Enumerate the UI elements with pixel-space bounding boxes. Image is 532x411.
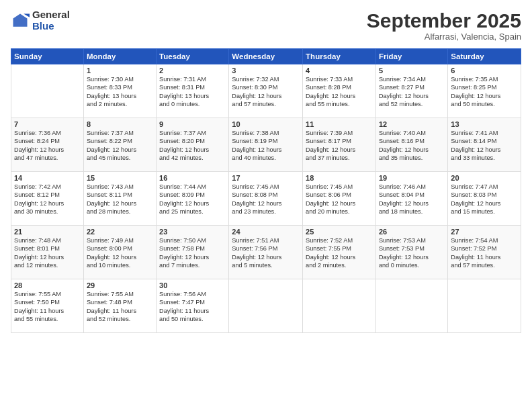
logo-text: General Blue (32, 9, 70, 32)
day-info: Sunrise: 7:44 AM Sunset: 8:09 PM Dayligh… (159, 183, 226, 216)
day-cell: 27Sunrise: 7:54 AM Sunset: 7:52 PM Dayli… (448, 226, 521, 279)
title-block: September 2025 Alfarrasi, Valencia, Spai… (367, 9, 521, 42)
day-info: Sunrise: 7:48 AM Sunset: 8:01 PM Dayligh… (14, 236, 81, 270)
logo-general: General (32, 9, 70, 21)
day-number: 21 (14, 228, 81, 236)
col-header-monday: Monday (83, 49, 156, 64)
day-cell: 26Sunrise: 7:53 AM Sunset: 7:53 PM Dayli… (375, 226, 447, 279)
day-cell (303, 279, 376, 333)
day-number: 26 (379, 228, 445, 236)
day-cell: 5Sunrise: 7:34 AM Sunset: 8:27 PM Daylig… (375, 64, 447, 118)
day-info: Sunrise: 7:37 AM Sunset: 8:22 PM Dayligh… (87, 129, 153, 163)
day-number: 4 (306, 66, 373, 75)
day-cell: 28Sunrise: 7:55 AM Sunset: 7:50 PM Dayli… (11, 279, 84, 333)
day-number: 10 (232, 120, 300, 128)
day-info: Sunrise: 7:35 AM Sunset: 8:25 PM Dayligh… (451, 75, 518, 109)
day-info: Sunrise: 7:34 AM Sunset: 8:27 PM Dayligh… (379, 75, 445, 109)
day-number: 17 (232, 174, 300, 182)
day-cell: 21Sunrise: 7:48 AM Sunset: 8:01 PM Dayli… (11, 226, 84, 279)
day-number: 20 (451, 174, 518, 182)
day-cell: 7Sunrise: 7:36 AM Sunset: 8:24 PM Daylig… (11, 118, 84, 172)
week-row-4: 21Sunrise: 7:48 AM Sunset: 8:01 PM Dayli… (11, 226, 521, 279)
day-cell: 2Sunrise: 7:31 AM Sunset: 8:31 PM Daylig… (157, 64, 229, 118)
location-subtitle: Alfarrasi, Valencia, Spain (367, 32, 521, 42)
day-info: Sunrise: 7:30 AM Sunset: 8:33 PM Dayligh… (87, 75, 153, 109)
day-info: Sunrise: 7:53 AM Sunset: 7:53 PM Dayligh… (379, 236, 445, 270)
day-info: Sunrise: 7:52 AM Sunset: 7:55 PM Dayligh… (306, 236, 373, 270)
week-row-2: 7Sunrise: 7:36 AM Sunset: 8:24 PM Daylig… (11, 118, 521, 172)
logo: General Blue (11, 9, 70, 32)
day-number: 13 (451, 120, 518, 128)
day-number: 27 (451, 228, 518, 236)
day-cell: 18Sunrise: 7:45 AM Sunset: 8:06 PM Dayli… (303, 172, 376, 226)
day-number: 5 (379, 66, 445, 75)
col-header-saturday: Saturday (448, 49, 521, 64)
col-header-thursday: Thursday (303, 49, 376, 64)
header-row: SundayMondayTuesdayWednesdayThursdayFrid… (11, 49, 521, 64)
calendar-table: SundayMondayTuesdayWednesdayThursdayFrid… (11, 48, 521, 333)
day-info: Sunrise: 7:51 AM Sunset: 7:56 PM Dayligh… (232, 236, 300, 270)
header: General Blue September 2025 Alfarrasi, V… (11, 9, 521, 42)
day-number: 19 (379, 174, 445, 182)
day-number: 30 (159, 281, 226, 289)
day-cell: 1Sunrise: 7:30 AM Sunset: 8:33 PM Daylig… (83, 64, 156, 118)
col-header-friday: Friday (375, 49, 447, 64)
day-cell: 30Sunrise: 7:56 AM Sunset: 7:47 PM Dayli… (157, 279, 229, 333)
day-cell: 13Sunrise: 7:41 AM Sunset: 8:14 PM Dayli… (448, 118, 521, 172)
day-number: 25 (306, 228, 373, 236)
day-number: 3 (232, 66, 300, 75)
col-header-tuesday: Tuesday (157, 49, 229, 64)
day-number: 2 (159, 66, 226, 75)
day-info: Sunrise: 7:45 AM Sunset: 8:08 PM Dayligh… (232, 183, 300, 216)
day-info: Sunrise: 7:55 AM Sunset: 7:50 PM Dayligh… (14, 290, 81, 324)
day-info: Sunrise: 7:43 AM Sunset: 8:11 PM Dayligh… (87, 183, 153, 216)
day-cell: 23Sunrise: 7:50 AM Sunset: 7:58 PM Dayli… (157, 226, 229, 279)
day-number: 8 (87, 120, 153, 128)
day-cell: 12Sunrise: 7:40 AM Sunset: 8:16 PM Dayli… (375, 118, 447, 172)
day-cell: 17Sunrise: 7:45 AM Sunset: 8:08 PM Dayli… (229, 172, 303, 226)
day-cell: 19Sunrise: 7:46 AM Sunset: 8:04 PM Dayli… (375, 172, 447, 226)
day-info: Sunrise: 7:47 AM Sunset: 8:03 PM Dayligh… (451, 183, 518, 216)
day-info: Sunrise: 7:38 AM Sunset: 8:19 PM Dayligh… (232, 129, 300, 163)
day-cell: 22Sunrise: 7:49 AM Sunset: 8:00 PM Dayli… (83, 226, 156, 279)
day-cell: 16Sunrise: 7:44 AM Sunset: 8:09 PM Dayli… (157, 172, 229, 226)
day-info: Sunrise: 7:49 AM Sunset: 8:00 PM Dayligh… (87, 236, 153, 270)
logo-blue: Blue (32, 21, 70, 32)
day-number: 7 (14, 120, 81, 128)
day-info: Sunrise: 7:56 AM Sunset: 7:47 PM Dayligh… (159, 290, 226, 324)
day-cell: 25Sunrise: 7:52 AM Sunset: 7:55 PM Dayli… (303, 226, 376, 279)
week-row-5: 28Sunrise: 7:55 AM Sunset: 7:50 PM Dayli… (11, 279, 521, 333)
day-info: Sunrise: 7:50 AM Sunset: 7:58 PM Dayligh… (159, 236, 226, 270)
logo-icon (11, 11, 30, 30)
day-number: 29 (87, 281, 153, 289)
day-info: Sunrise: 7:54 AM Sunset: 7:52 PM Dayligh… (451, 236, 518, 270)
day-info: Sunrise: 7:37 AM Sunset: 8:20 PM Dayligh… (159, 129, 226, 163)
day-number: 14 (14, 174, 81, 182)
day-info: Sunrise: 7:39 AM Sunset: 8:17 PM Dayligh… (306, 129, 373, 163)
day-info: Sunrise: 7:55 AM Sunset: 7:48 PM Dayligh… (87, 290, 153, 324)
day-cell: 3Sunrise: 7:32 AM Sunset: 8:30 PM Daylig… (229, 64, 303, 118)
day-cell: 11Sunrise: 7:39 AM Sunset: 8:17 PM Dayli… (303, 118, 376, 172)
day-info: Sunrise: 7:31 AM Sunset: 8:31 PM Dayligh… (159, 75, 226, 109)
col-header-wednesday: Wednesday (229, 49, 303, 64)
day-cell (11, 64, 84, 118)
day-cell: 8Sunrise: 7:37 AM Sunset: 8:22 PM Daylig… (83, 118, 156, 172)
day-number: 22 (87, 228, 153, 236)
day-number: 23 (159, 228, 226, 236)
day-cell: 20Sunrise: 7:47 AM Sunset: 8:03 PM Dayli… (448, 172, 521, 226)
day-info: Sunrise: 7:42 AM Sunset: 8:12 PM Dayligh… (14, 183, 81, 216)
day-number: 6 (451, 66, 518, 75)
day-cell (448, 279, 521, 333)
day-number: 12 (379, 120, 445, 128)
day-cell: 4Sunrise: 7:33 AM Sunset: 8:28 PM Daylig… (303, 64, 376, 118)
day-info: Sunrise: 7:36 AM Sunset: 8:24 PM Dayligh… (14, 129, 81, 163)
day-number: 9 (159, 120, 226, 128)
col-header-sunday: Sunday (11, 49, 84, 64)
week-row-3: 14Sunrise: 7:42 AM Sunset: 8:12 PM Dayli… (11, 172, 521, 226)
day-cell: 24Sunrise: 7:51 AM Sunset: 7:56 PM Dayli… (229, 226, 303, 279)
day-cell: 6Sunrise: 7:35 AM Sunset: 8:25 PM Daylig… (448, 64, 521, 118)
day-number: 15 (87, 174, 153, 182)
page: General Blue September 2025 Alfarrasi, V… (0, 0, 532, 411)
day-number: 1 (87, 66, 153, 75)
day-cell: 15Sunrise: 7:43 AM Sunset: 8:11 PM Dayli… (83, 172, 156, 226)
